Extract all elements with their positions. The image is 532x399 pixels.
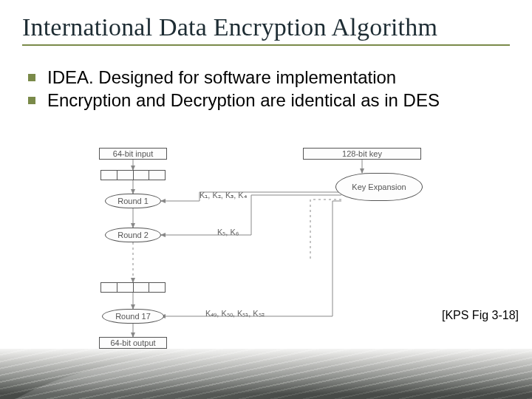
bullet-text: Encryption and Decryption are identical …	[47, 89, 440, 111]
block-split-lower	[100, 282, 166, 293]
round-17-oval: Round 17	[102, 309, 164, 324]
decorative-bottom-strip	[0, 349, 532, 399]
round-1-oval: Round 1	[105, 194, 161, 208]
key-expansion-oval: Key Expansion	[335, 173, 423, 201]
bullet-item: IDEA. Designed for software implementati…	[28, 66, 510, 88]
bullet-text: IDEA. Designed for software implementati…	[47, 66, 396, 88]
output-box: 64-bit output	[99, 337, 167, 349]
block-split-upper	[100, 170, 166, 180]
idea-diagram: 64-bit input 128-bit key Key Expansion R…	[89, 148, 488, 355]
round-17-keys-label: K₄₉, K₅₀, K₅₁, K₅₂	[205, 309, 265, 318]
bullet-list: IDEA. Designed for software implementati…	[22, 66, 510, 112]
title-underline	[22, 44, 510, 46]
key-box: 128-bit key	[303, 148, 421, 160]
bullet-item: Encryption and Decryption are identical …	[28, 89, 510, 111]
round-1-keys-label: K₁, K₂, K₃, K₄	[200, 191, 247, 200]
input-box: 64-bit input	[99, 148, 167, 160]
round-2-oval: Round 2	[105, 228, 161, 242]
round-2-keys-label: K₅, K₆	[217, 228, 239, 237]
square-bullet-icon	[28, 74, 35, 81]
slide-root: International Data Encryption Algorithm …	[0, 0, 532, 399]
slide-title: International Data Encryption Algorithm	[22, 13, 510, 41]
square-bullet-icon	[28, 97, 35, 104]
figure-citation: [KPS Fig 3-18]	[442, 309, 519, 322]
